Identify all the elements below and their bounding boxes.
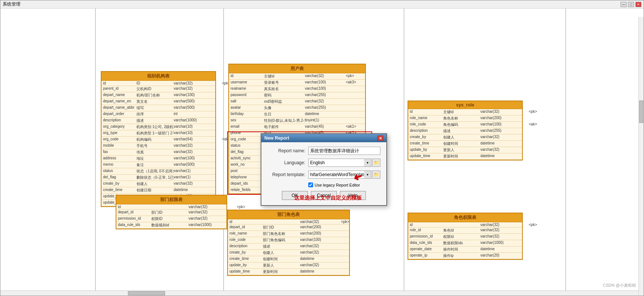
- dept-role-table-body: idvarchar(32)<pk> depart_id部门IDvarchar(2…: [228, 219, 349, 275]
- table-row: id主键idvarchar(32)<pk>: [229, 73, 365, 80]
- report-name-row: Report name:: [267, 147, 380, 155]
- watermark: CSDN @小麦粽粽: [603, 283, 636, 288]
- table-row: role_name角色名称varchar(200): [408, 115, 522, 122]
- bottom-scrollbar[interactable]: [0, 290, 638, 296]
- role-table-header: sys_role: [408, 101, 522, 109]
- table-row: description描述varchar(32): [228, 244, 349, 250]
- table-row: status状态（1启用, 0不启用）varchar(1): [102, 168, 215, 175]
- table-row: email电子邮件varchar(45)<ak1>: [229, 124, 365, 130]
- role-perm-table: 角色权限表 idvarchar(32)<pk> role_id角色Idvarch…: [408, 213, 523, 260]
- role-table: sys_role id主键idvarchar(32)<pk> role_name…: [408, 101, 523, 160]
- dialog-close-button[interactable]: ✕: [377, 136, 383, 141]
- table-row: realname真实姓名varchar(100): [229, 86, 365, 92]
- table-row: depart_name_abbr缩写varchar(500): [102, 105, 215, 111]
- table-row: create_time创建时间datetime: [228, 256, 349, 262]
- table-row: description描述varchar(255): [408, 128, 522, 134]
- table-row: org_category机构类别 1公司, 2级机构, 2部门varchar(1…: [102, 124, 215, 130]
- table-row: username登录账号varchar(100)<ak3>: [229, 80, 365, 86]
- table-row: id主键idvarchar(32)<pk>: [408, 109, 522, 115]
- dialog-title: New Report: [264, 136, 289, 141]
- language-row: Language: English Chinese ▼ 📁: [267, 159, 380, 167]
- table-row: update_time更新时间datetime: [228, 269, 349, 275]
- table-row: idvarchar(32)<pk>: [228, 219, 349, 225]
- role-perm-table-body: idvarchar(32)<pk> role_id角色Idvarchar(32)…: [408, 222, 522, 259]
- language-folder-button[interactable]: 📁: [372, 159, 380, 167]
- table-row: role_code角色编码varchar(100)<ak>: [408, 122, 522, 128]
- table-row: depart_name机构/部门名称varchar(100): [102, 92, 215, 99]
- language-select-wrapper: English Chinese ▼: [308, 159, 371, 167]
- org-table-body: idIDvarchar(32)<pk> parent_id父机构IDvarcha…: [102, 81, 215, 206]
- org-table: 组织机构表 idIDvarchar(32)<pk> parent_id父机构ID…: [101, 71, 216, 207]
- bottom-scrollbar-thumb[interactable]: [128, 291, 165, 295]
- table-row: memo备注varchar(500): [102, 162, 215, 168]
- dept-perm-table: 部门权限表 idvarchar(32)<pk> depart_id部门IDvar…: [116, 195, 227, 229]
- role-perm-table-header: 角色权限表: [408, 213, 522, 222]
- language-label: Language:: [267, 160, 308, 165]
- table-row: description描述varchar(1000): [102, 118, 215, 124]
- window-frame: 系统管理 — □ ✕ 组织机构表 idIDvarchar(32)<pk> par…: [0, 0, 644, 296]
- legacy-editor-checkbox[interactable]: [308, 182, 313, 187]
- maximize-button[interactable]: □: [628, 2, 634, 7]
- title-bar: 系统管理 — □ ✕: [0, 0, 644, 9]
- table-row: update_by更新人varchar(32): [408, 147, 522, 153]
- table-row: update_by更新人varchar(32): [228, 262, 349, 269]
- legacy-editor-label: Use legacy Report Editor: [315, 183, 360, 187]
- table-row: create_time创建日期datetime: [102, 187, 215, 194]
- table-row: depart_order排序int: [102, 111, 215, 118]
- title-bar-controls: — □ ✕: [621, 2, 641, 7]
- table-row: create_by创建人varchar(32): [408, 134, 522, 141]
- dept-role-table: 部门角色表 idvarchar(32)<pk> depart_id部门IDvar…: [227, 210, 350, 276]
- table-row: depart_id部门IDvarchar(32): [116, 210, 226, 216]
- table-row: password密码varchar(255): [229, 92, 365, 99]
- table-row: create_by创建人varchar(32): [228, 250, 349, 256]
- main-area: 组织机构表 idIDvarchar(32)<pk> parent_id父机构ID…: [0, 9, 644, 296]
- table-row: create_by创建人varchar(32): [102, 181, 215, 187]
- dialog-title-bar: New Report ✕: [261, 134, 386, 142]
- table-row: idIDvarchar(32)<pk>: [102, 81, 215, 86]
- table-row: idvarchar(32)<pk>: [116, 204, 226, 210]
- role-table-body: id主键idvarchar(32)<pk> role_name角色名称varch…: [408, 109, 522, 160]
- template-row: Report template: hifarGenerateWordTempla…: [267, 171, 380, 179]
- table-row: update_time更新时间datetime: [408, 153, 522, 160]
- annotation-text: 这里选择上文中自定义的模板: [294, 195, 362, 201]
- table-row: depart_name_en英文名varchar(500): [102, 99, 215, 105]
- table-row: operate_date操作时间datetime: [408, 246, 522, 253]
- language-select[interactable]: English Chinese: [308, 159, 371, 167]
- report-name-input[interactable]: [308, 147, 380, 155]
- table-row: depart_id部门IDvarchar(200): [228, 225, 349, 231]
- report-name-label: Report name:: [267, 148, 308, 153]
- dept-perm-table-header: 部门权限表: [116, 195, 226, 204]
- dept-role-table-header: 部门角色表: [228, 210, 349, 219]
- checkbox-row: Use legacy Report Editor: [308, 182, 380, 187]
- table-row: role_id角色Idvarchar(32): [408, 227, 522, 234]
- close-button[interactable]: ✕: [635, 2, 641, 7]
- table-row: role_name部门角色名称varchar(200): [228, 231, 349, 237]
- minimize-button[interactable]: —: [621, 2, 627, 7]
- table-row: role_code部门角色编码varchar(100): [228, 237, 349, 244]
- template-label: Report template:: [267, 172, 308, 177]
- table-row: fax传真varchar(32): [102, 149, 215, 156]
- table-row: permission_id权限IDvarchar(32): [116, 216, 226, 222]
- table-row: operate_ip操作ipvarchar(20): [408, 253, 522, 259]
- table-row: saltmd5密码盐varchar(32): [229, 99, 365, 105]
- dept-perm-table-body: idvarchar(32)<pk> depart_id部门IDvarchar(3…: [116, 204, 226, 229]
- table-row: idvarchar(32)<pk>: [408, 222, 522, 227]
- window-title: 系统管理: [3, 1, 20, 7]
- table-row: org_code机构编码varchar(64)<ak>: [102, 137, 215, 143]
- table-row: data_rule_ids数据规则idvarchar(1000): [116, 222, 226, 229]
- scrollbar-thumb[interactable]: [639, 101, 643, 123]
- table-row: address地址varchar(100): [102, 156, 215, 162]
- table-row: create_time创建时间datetime: [408, 141, 522, 147]
- template-folder-button[interactable]: 📁: [372, 171, 380, 179]
- table-row: sex性别(0-默认,未知,1-男,2-女)tinyint(1): [229, 118, 365, 124]
- table-row: mobile手机号varchar(32): [102, 143, 215, 149]
- table-row: birthday生日datetime: [229, 111, 365, 118]
- table-row: data_rule_ids数据权限idsvarchar(1000): [408, 240, 522, 246]
- table-row: avatar头像varchar(255): [229, 105, 365, 111]
- org-table-header: 组织机构表: [102, 72, 215, 81]
- table-row: del_flag删除状态（0-正常, 1已删除）varchar(1): [102, 175, 215, 181]
- table-row: permission_id权限Idvarchar(32): [408, 234, 522, 240]
- table-row: org_type机构类型 1一级部门 2子部门varchar(10): [102, 130, 215, 137]
- right-scrollbar[interactable]: [638, 17, 644, 296]
- table-row: parent_id父机构IDvarchar(32): [102, 86, 215, 92]
